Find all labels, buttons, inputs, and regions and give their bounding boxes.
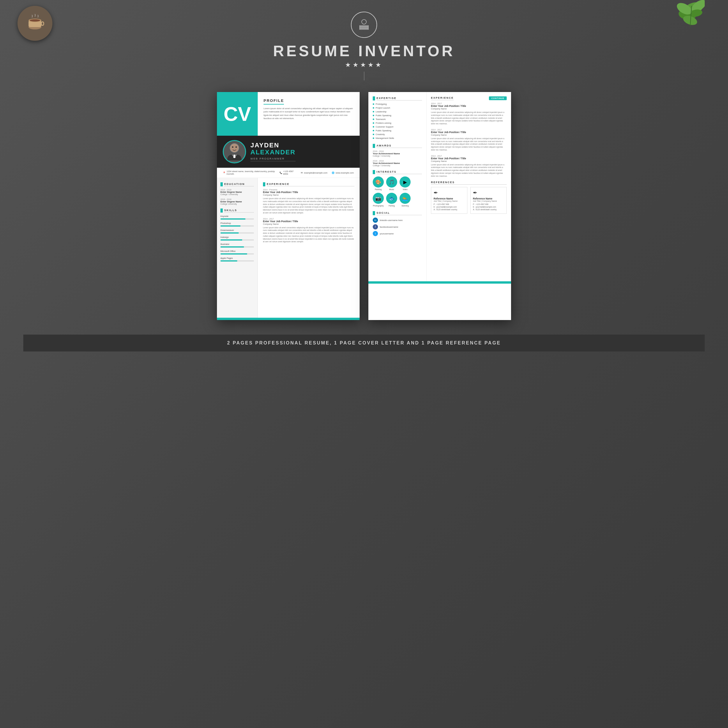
interests-header: INTERESTS — [373, 170, 422, 174]
ref1-name: Reference Name — [434, 197, 465, 200]
exp-title-1: Enter Your Job Position / Title — [263, 191, 354, 194]
resume-page-1: CV PROFILE Lorem ipsum dolor sit amet co… — [217, 92, 359, 320]
expertise-item-0: Prototyping — [373, 103, 422, 106]
edu-school-2: College University — [220, 203, 254, 205]
page1-main-content: EDUCATION 2016 - 2018 Enter Degree Name … — [217, 178, 359, 318]
social-list: in linkedin-username-here f facebookuser… — [373, 217, 422, 236]
social-title: SOCIAL — [376, 211, 422, 215]
teal-indicator — [220, 182, 223, 187]
exp-years-2: 2014 - 2017 — [263, 218, 354, 220]
ref1-title: Job Title | Company Name — [434, 200, 465, 202]
resume-page-2: EXPERTISE Prototyping Project Launch Lea… — [369, 92, 511, 320]
brand-stars: ★★★★★ — [0, 61, 728, 69]
svg-point-17 — [230, 144, 239, 152]
exp-desc-1: Lorem ipsum dolor sit amet consectetur a… — [263, 197, 354, 214]
main-content-area: EXPERIENCE 2014 - Presents Enter Your Jo… — [258, 178, 359, 318]
reference-card-2: ✒ Reference Name Job Title | Company Nam… — [470, 187, 507, 214]
cv-label: CV — [224, 102, 251, 125]
exp2-desc-3: Lorem ipsum dolor sit amet consectetur a… — [431, 164, 507, 177]
exp2-title-1: Enter Your Job Position / Title — [431, 104, 507, 107]
interests-title: INTERESTS — [376, 170, 422, 174]
contact-email: ✉ example@example.com — [301, 171, 327, 174]
expertise-text-5: Problem-solving — [376, 122, 392, 124]
bullet-7 — [373, 130, 374, 132]
interest-video: ▶ Video — [399, 176, 411, 190]
exp2-years-1: 2014 - 2017 — [431, 102, 507, 104]
expertise-item-9: Management Skills — [373, 137, 422, 139]
teal-indicator-skills — [220, 208, 223, 213]
social-facebook: f facebookusername — [373, 224, 422, 229]
bullet-8 — [373, 134, 374, 135]
svg-rect-15 — [359, 29, 369, 29]
skill-name-dreamweaver: Dreamweaver — [220, 229, 254, 231]
linkedin-username: linkedin-username-here — [380, 219, 403, 222]
skill-name-keynote: Keynote — [220, 215, 254, 217]
ref1-phone: P : +123 4567 896 — [434, 203, 465, 205]
music-label: Music — [389, 188, 394, 190]
awards-header: AWARDS — [373, 144, 422, 148]
svg-rect-14 — [359, 27, 369, 28]
teal-indicator-expertise — [373, 96, 375, 101]
skill-applepages: Apple Pages — [220, 257, 254, 262]
ref2-phone: P : +123 4567 896 — [473, 203, 504, 205]
expertise-item-5: Problem-solving — [373, 122, 422, 124]
ref1-quill-icon: ✒ — [434, 190, 465, 196]
teal-indicator-awards — [373, 144, 375, 148]
skill-indesign: Indesign — [220, 236, 254, 240]
location-icon: 📍 — [223, 171, 225, 174]
profile-text: Lorem ipsum dolor sit amet consectetur a… — [263, 107, 354, 120]
interest-music: 🎵 Music — [386, 176, 397, 190]
interest-fishing: 🐟 Fishing — [386, 193, 397, 207]
exp2-years-2: 2014 - 2017 — [431, 129, 507, 131]
expertise-text-7: Public Speaking — [376, 129, 392, 132]
ref2-name: Reference Name — [473, 197, 504, 200]
email-icon: ✉ — [301, 171, 303, 174]
exp-header-row: EXPERIENCE CONTINUE — [431, 96, 507, 100]
awards-title: AWARDS — [376, 144, 422, 148]
expertise-item-6: Customer Support — [373, 125, 422, 128]
expertise-list: Prototyping Project Launch Leadership Pu… — [373, 103, 422, 139]
swimming-label: Swiming — [402, 205, 409, 207]
edu-school-1: College / University — [220, 193, 254, 196]
reference-card-1: ✒ Reference Name Job Title | Company Nam… — [431, 187, 467, 214]
svg-rect-2 — [41, 22, 44, 25]
skill-name-msoffice: Microsoft Office — [220, 250, 254, 252]
interests-grid: 🎨 Painting 🎵 Music ▶ Video 📷 Photography — [373, 176, 422, 207]
fishing-label: Fishing — [389, 205, 395, 207]
contact-address: 📍 1234 street name, town/city, state/cou… — [223, 170, 275, 175]
exp2-company-2: Company Name — [431, 134, 507, 136]
bullet-1 — [373, 107, 374, 109]
facebook-username: facebookusername — [380, 226, 398, 228]
expertise-item-2: Leadership — [373, 110, 422, 113]
contact-phone: 📞 +123 4567 8953 — [280, 170, 297, 175]
skill-name-applepages: Apple Pages — [220, 257, 254, 260]
expertise-item-4: Teamwork — [373, 118, 422, 121]
expertise-text-4: Teamwork — [376, 118, 385, 121]
ref2-email: E : yourmail@example.com — [473, 206, 504, 208]
ref2-title: Job Title | Company Name — [473, 200, 504, 202]
twitter-username: yourusername — [380, 232, 394, 235]
education-title: EDUCATION — [224, 183, 254, 187]
skills-header: SKILLS — [220, 208, 254, 213]
edu-year-1: 2016 - 2018 — [220, 189, 254, 191]
photography-label: Photography — [373, 205, 384, 207]
address-text: 1234 street name, town/city, state/count… — [226, 170, 275, 175]
name-section: JAYDEN ALEXANDER WEB PROGRAMMER — [217, 136, 359, 168]
social-linkedin: in linkedin-username-here — [373, 217, 422, 223]
teal-indicator-interests — [373, 170, 375, 174]
skill-name-illustrator: Illustrator — [220, 243, 254, 245]
skill-msoffice: Microsoft Office — [220, 250, 254, 254]
svg-rect-13 — [359, 26, 369, 26]
page2-main-content: EXPERTISE Prototyping Project Launch Lea… — [369, 92, 511, 281]
swimming-icon: 🏊 — [399, 193, 411, 204]
exp-title-2: Enter Your Job Position / Title — [263, 220, 354, 223]
email-text: example@example.com — [304, 171, 327, 174]
bullet-9 — [373, 138, 374, 139]
web-icon: 🌐 — [332, 171, 334, 174]
profile-section-title: PROFILE — [263, 98, 284, 104]
edu-item-1: 2016 - 2018 Enter Degree Name College / … — [220, 189, 254, 196]
cv-teal-block: CV — [217, 92, 258, 136]
expertise-header: EXPERTISE — [373, 96, 422, 101]
cv-header: CV PROFILE Lorem ipsum dolor sit amet co… — [217, 92, 359, 136]
interest-painting: 🎨 Painting — [373, 176, 384, 190]
